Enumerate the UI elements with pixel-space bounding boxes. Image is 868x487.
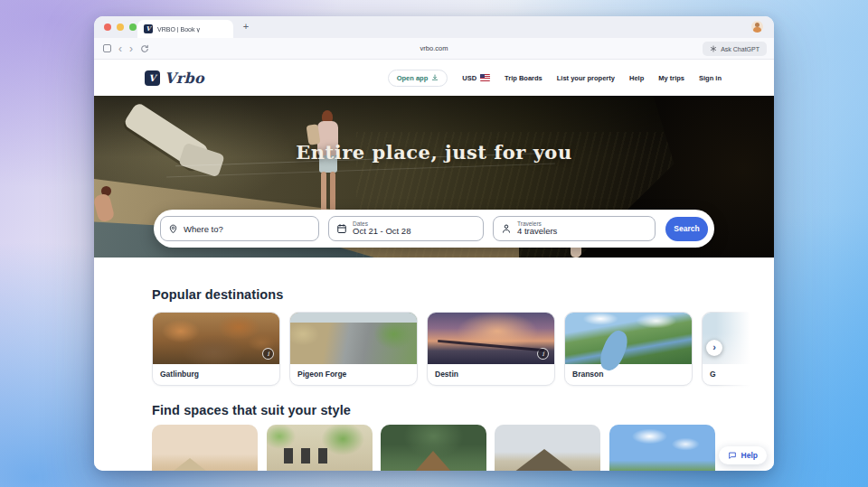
- destination-name: Gatlinburg: [153, 364, 279, 379]
- vrbo-logo[interactable]: V Vrbo: [145, 70, 204, 87]
- nav-sign-in[interactable]: Sign in: [699, 74, 722, 82]
- chevron-right-icon[interactable]: [706, 340, 722, 356]
- vrbo-logo-badge-icon: V: [145, 70, 160, 86]
- primary-nav: Open app USD Trip Boards List your prope…: [388, 70, 722, 87]
- style-image: [267, 425, 373, 471]
- style-image: [381, 425, 486, 471]
- hero-headline: Entire place, just for you: [94, 141, 774, 164]
- vrbo-page: V Vrbo Open app USD Trip Boards: [94, 60, 774, 471]
- zoom-window-button[interactable]: [129, 23, 137, 31]
- chat-bubble-icon: [728, 451, 737, 460]
- destination-image: [153, 313, 279, 364]
- location-pin-icon: [168, 224, 178, 234]
- dates-field[interactable]: Dates Oct 21 - Oct 28: [328, 216, 484, 241]
- destination-name: Pigeon Forge: [290, 364, 417, 379]
- new-tab-button[interactable]: [239, 20, 253, 34]
- where-input[interactable]: [184, 224, 311, 234]
- destination-image: [290, 313, 417, 364]
- currency-label: USD: [462, 74, 476, 82]
- destination-card[interactable]: Gatlinburg: [152, 312, 280, 386]
- hero-person-pool: [94, 186, 118, 222]
- avatar-body-icon: [753, 27, 761, 33]
- destination-name: Branson: [565, 364, 692, 379]
- hero-section: Entire place, just for you: [94, 96, 774, 258]
- where-field[interactable]: [160, 216, 319, 241]
- style-card[interactable]: [381, 425, 486, 471]
- style-card[interactable]: [152, 425, 258, 471]
- us-flag-icon: [480, 74, 490, 81]
- nav-help[interactable]: Help: [629, 74, 644, 82]
- address-bar[interactable]: vrbo.com: [94, 44, 774, 52]
- ask-chatgpt-button[interactable]: Ask ChatGPT: [703, 42, 767, 56]
- close-window-button[interactable]: [104, 23, 111, 31]
- browser-titlebar: V VRBO | Book y: [94, 16, 774, 38]
- destination-name: Destin: [428, 364, 554, 379]
- destination-card[interactable]: Pigeon Forge: [289, 312, 418, 386]
- style-card[interactable]: [267, 425, 373, 471]
- info-icon[interactable]: [537, 348, 549, 360]
- site-header: V Vrbo Open app USD Trip Boards: [94, 60, 774, 96]
- sidebar-icon[interactable]: [103, 44, 111, 52]
- info-icon[interactable]: [262, 348, 274, 360]
- popular-destinations-title: Popular destinations: [152, 287, 283, 302]
- nav-open-app-button[interactable]: Open app: [388, 70, 448, 87]
- destination-card[interactable]: Destin: [427, 312, 555, 386]
- browser-toolbar: vrbo.com Ask ChatGPT: [94, 38, 774, 60]
- desktop-background: V VRBO | Book y vrbo.com: [0, 0, 868, 487]
- nav-trip-boards[interactable]: Trip Boards: [505, 74, 542, 82]
- window-controls: [104, 23, 137, 31]
- browser-window: V VRBO | Book y vrbo.com: [94, 16, 774, 471]
- style-card[interactable]: [609, 425, 715, 471]
- browser-tab[interactable]: V VRBO | Book y: [137, 20, 233, 38]
- minimize-window-button[interactable]: [117, 23, 124, 31]
- style-image: [152, 425, 258, 471]
- profile-avatar[interactable]: [751, 21, 763, 33]
- style-image: [495, 425, 600, 471]
- destination-image: [428, 313, 554, 364]
- destination-card[interactable]: Branson: [564, 312, 693, 386]
- forward-icon[interactable]: [129, 42, 133, 55]
- search-button[interactable]: Search: [665, 217, 708, 241]
- travelers-icon: [501, 223, 512, 234]
- help-launcher-label: Help: [741, 451, 758, 460]
- help-launcher-button[interactable]: Help: [719, 446, 767, 464]
- tab-title: VRBO | Book y: [157, 26, 227, 33]
- style-image: [609, 425, 715, 471]
- find-spaces-title: Find spaces that suit your style: [152, 403, 351, 417]
- open-app-label: Open app: [397, 74, 429, 82]
- travelers-field[interactable]: Travelers 4 travelers: [493, 216, 656, 241]
- nav-currency-selector[interactable]: USD: [462, 74, 490, 82]
- destination-image: [565, 313, 692, 364]
- vrbo-logo-wordmark: Vrbo: [165, 70, 204, 87]
- carousel-edge-fade: [716, 308, 774, 391]
- ask-chatgpt-label: Ask ChatGPT: [721, 46, 760, 52]
- download-icon: [431, 74, 439, 81]
- style-card[interactable]: [495, 425, 600, 471]
- calendar-icon: [336, 223, 347, 234]
- vrbo-favicon-icon: V: [144, 24, 153, 33]
- reload-icon[interactable]: [140, 44, 149, 53]
- nav-my-trips[interactable]: My trips: [658, 74, 684, 82]
- back-icon[interactable]: [118, 42, 122, 55]
- travelers-value: 4 travelers: [517, 227, 557, 236]
- dates-value: Oct 21 - Oct 28: [353, 227, 410, 236]
- chatgpt-icon: [710, 45, 717, 52]
- search-bar: Dates Oct 21 - Oct 28 Travelers 4 travel…: [154, 210, 714, 248]
- nav-list-your-property[interactable]: List your property: [557, 74, 615, 82]
